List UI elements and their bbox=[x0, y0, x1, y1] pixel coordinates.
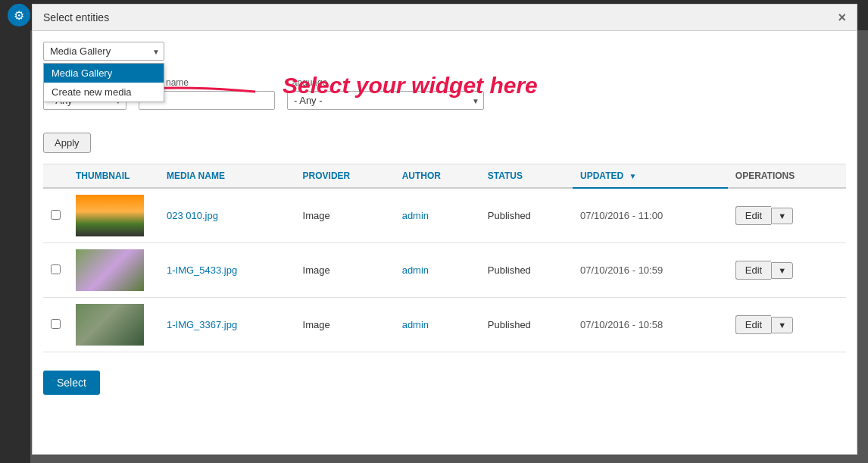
th-provider[interactable]: PROVIDER bbox=[295, 164, 395, 189]
th-checkbox bbox=[43, 164, 68, 189]
row3-edit-group: Edit ▼ bbox=[735, 315, 838, 334]
widget-dropdown[interactable]: Media Gallery Create new media bbox=[43, 42, 164, 61]
row3-author-link[interactable]: admin bbox=[402, 319, 429, 330]
row3-updated: 07/10/2016 - 10:58 bbox=[580, 319, 663, 330]
row1-edit-dropdown-button[interactable]: ▼ bbox=[771, 208, 793, 224]
row2-edit-button[interactable]: Edit bbox=[735, 261, 771, 280]
language-filter-group: Language - Any - ▼ bbox=[287, 77, 484, 110]
media-table: THUMBNAIL MEDIA NAME PROVIDER AUTHOR STA… bbox=[43, 164, 846, 352]
row2-updated-cell: 07/10/2016 - 10:59 bbox=[573, 243, 728, 298]
widget-dropdown-wrapper: Media Gallery Create new media ▼ Media G… bbox=[43, 42, 164, 61]
widget-option-media-gallery[interactable]: Media Gallery bbox=[44, 64, 164, 83]
row2-media-name-link[interactable]: 1-IMG_5433.jpg bbox=[167, 264, 237, 276]
footer-area: Select bbox=[43, 363, 846, 395]
row1-status: Published bbox=[488, 210, 531, 221]
left-sidebar bbox=[0, 30, 30, 463]
row1-author-link[interactable]: admin bbox=[402, 210, 429, 221]
row1-checkbox-cell bbox=[43, 188, 68, 243]
row3-media-name-cell: 1-IMG_3367.jpg bbox=[159, 298, 295, 352]
apply-button-wrapper: Apply bbox=[43, 120, 846, 153]
row2-checkbox-cell bbox=[43, 243, 68, 298]
row2-status-cell: Published bbox=[480, 243, 573, 298]
row2-thumbnail bbox=[76, 249, 144, 291]
table-row: 1-IMG_3367.jpg Image admin Published 07/… bbox=[43, 298, 846, 352]
row3-operations-cell: Edit ▼ bbox=[728, 298, 846, 352]
row1-media-name-link[interactable]: 023 010.jpg bbox=[167, 210, 218, 221]
language-label: Language bbox=[287, 77, 484, 88]
modal-title: Select entities bbox=[43, 11, 109, 23]
modal-close-button[interactable]: × bbox=[838, 11, 846, 24]
widget-dropdown-container[interactable]: Media Gallery Create new media ▼ bbox=[43, 42, 164, 61]
language-dropdown[interactable]: - Any - bbox=[287, 91, 484, 110]
row2-operations-cell: Edit ▼ bbox=[728, 243, 846, 298]
row3-edit-button[interactable]: Edit bbox=[735, 315, 771, 334]
th-media-name[interactable]: MEDIA NAME bbox=[159, 164, 295, 189]
row1-updated-cell: 07/10/2016 - 11:00 bbox=[573, 188, 728, 243]
row1-updated: 07/10/2016 - 11:00 bbox=[580, 210, 663, 221]
row3-provider-cell: Image bbox=[295, 298, 395, 352]
row2-status: Published bbox=[488, 264, 531, 276]
language-dropdown-wrapper[interactable]: - Any - ▼ bbox=[287, 91, 484, 110]
row2-thumbnail-cell bbox=[68, 243, 159, 298]
row1-operations-cell: Edit ▼ bbox=[728, 188, 846, 243]
table-row: 023 010.jpg Image admin Published 07/10/… bbox=[43, 188, 846, 243]
row3-media-name-link[interactable]: 1-IMG_3367.jpg bbox=[167, 319, 237, 330]
select-entities-modal: Select entities × Select your widget her… bbox=[32, 4, 857, 455]
modal-body: Select your widget here Media Gallery Cr… bbox=[33, 31, 857, 454]
drupal-icon: ⚙ bbox=[8, 4, 30, 27]
table-header-row: THUMBNAIL MEDIA NAME PROVIDER AUTHOR STA… bbox=[43, 164, 846, 189]
row3-status-cell: Published bbox=[480, 298, 573, 352]
row2-provider-cell: Image bbox=[295, 243, 395, 298]
row2-author-link[interactable]: admin bbox=[402, 264, 429, 276]
row1-checkbox[interactable] bbox=[51, 210, 61, 220]
row2-checkbox[interactable] bbox=[51, 264, 61, 274]
th-author[interactable]: AUTHOR bbox=[395, 164, 480, 189]
row1-provider: Image bbox=[303, 210, 330, 221]
widget-option-create-new-media[interactable]: Create new media bbox=[44, 83, 164, 102]
row1-edit-group: Edit ▼ bbox=[735, 206, 838, 225]
row1-thumbnail-cell bbox=[68, 188, 159, 243]
modal-header: Select entities × bbox=[33, 5, 857, 31]
row3-checkbox[interactable] bbox=[51, 319, 61, 329]
widget-dropdown-menu: Media Gallery Create new media bbox=[43, 63, 164, 102]
row2-author-cell: admin bbox=[395, 243, 480, 298]
row2-edit-group: Edit ▼ bbox=[735, 261, 838, 280]
row1-provider-cell: Image bbox=[295, 188, 395, 243]
row1-media-name-cell: 023 010.jpg bbox=[159, 188, 295, 243]
row2-media-name-cell: 1-IMG_5433.jpg bbox=[159, 243, 295, 298]
row3-thumbnail bbox=[76, 304, 144, 346]
sort-icon: ▼ bbox=[629, 172, 636, 180]
th-status[interactable]: STATUS bbox=[480, 164, 573, 189]
row3-thumbnail-cell bbox=[68, 298, 159, 352]
th-operations: OPERATIONS bbox=[728, 164, 846, 189]
table-row: 1-IMG_5433.jpg Image admin Published 07/… bbox=[43, 243, 846, 298]
row3-checkbox-cell bbox=[43, 298, 68, 352]
row2-updated: 07/10/2016 - 10:59 bbox=[580, 264, 663, 276]
row3-author-cell: admin bbox=[395, 298, 480, 352]
row3-edit-dropdown-button[interactable]: ▼ bbox=[771, 317, 793, 333]
th-thumbnail: THUMBNAIL bbox=[68, 164, 159, 189]
th-updated[interactable]: UPDATED ▼ bbox=[573, 164, 728, 189]
row3-status: Published bbox=[488, 319, 531, 330]
row3-updated-cell: 07/10/2016 - 10:58 bbox=[573, 298, 728, 352]
row1-edit-button[interactable]: Edit bbox=[735, 206, 771, 225]
row1-author-cell: admin bbox=[395, 188, 480, 243]
row1-status-cell: Published bbox=[480, 188, 573, 243]
apply-button[interactable]: Apply bbox=[43, 133, 91, 153]
row3-provider: Image bbox=[303, 319, 330, 330]
select-button[interactable]: Select bbox=[43, 371, 100, 395]
row2-edit-dropdown-button[interactable]: ▼ bbox=[771, 262, 793, 279]
row1-thumbnail bbox=[76, 195, 144, 236]
row2-provider: Image bbox=[303, 264, 330, 276]
